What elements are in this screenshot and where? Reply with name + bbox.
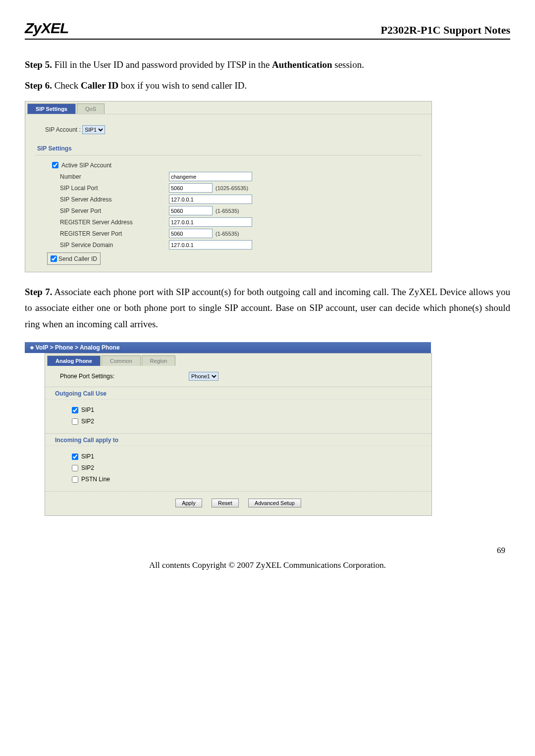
local-port-hint: (1025-65535): [215, 185, 248, 191]
server-port-input[interactable]: [169, 206, 213, 215]
local-port-input[interactable]: [169, 183, 213, 193]
phone-tabbar: Analog Phone Common Region: [45, 353, 431, 366]
footer: All contents Copyright © 2007 ZyXEL Comm…: [25, 560, 510, 570]
doc-title: P2302R-P1C Support Notes: [380, 24, 510, 37]
server-port-hint: (1-65535): [215, 208, 239, 214]
step7-text: Associate each phone port with SIP accou…: [25, 287, 510, 329]
server-port-label: SIP Server Port: [50, 207, 169, 214]
sip-panel-body: SIP Account : SIP1 SIP Settings Active S…: [25, 114, 431, 272]
step6: Step 6. Check Caller ID box if you wish …: [25, 80, 510, 91]
svc-domain-label: SIP Service Domain: [50, 242, 169, 249]
step5-text-a: Fill in the User ID and password provide…: [52, 59, 272, 70]
sip-account-select[interactable]: SIP1: [82, 125, 105, 134]
local-port-label: SIP Local Port: [50, 185, 169, 192]
sip-account-label: SIP Account :: [45, 126, 81, 133]
server-addr-label: SIP Server Address: [50, 196, 169, 203]
outgoing-sip2-label: SIP2: [81, 418, 94, 425]
step6-prefix: Step 6.: [25, 80, 52, 91]
tab-analog-phone[interactable]: Analog Phone: [47, 355, 101, 366]
phone-port-row: Phone Port Settings: Phone1: [45, 366, 431, 387]
sip-tabbar: SIP Settings QoS: [25, 101, 431, 114]
reset-button[interactable]: Reset: [212, 499, 239, 507]
step5: Step 5. Fill in the User ID and password…: [25, 59, 510, 70]
incoming-block: SIP1 SIP2 PSTN Line: [45, 446, 431, 491]
number-label: Number: [50, 173, 169, 180]
sip-settings-panel: SIP Settings QoS SIP Account : SIP1 SIP …: [25, 101, 432, 272]
page-number: 69: [25, 546, 505, 555]
logo: ZyXEL: [25, 20, 68, 37]
incoming-sip1-checkbox[interactable]: [72, 454, 78, 460]
outgoing-title: Outgoing Call Use: [45, 387, 431, 400]
incoming-sip1-label: SIP1: [81, 453, 94, 460]
breadcrumb-icon: ❖: [30, 345, 36, 351]
active-sip-row: Active SIP Account: [50, 160, 422, 170]
send-caller-id-checkbox[interactable]: [51, 255, 57, 262]
step6-text-a: Check: [52, 80, 81, 91]
tab-qos[interactable]: QoS: [77, 103, 105, 114]
reg-addr-input[interactable]: [169, 217, 252, 227]
svc-domain-input[interactable]: [169, 240, 252, 250]
step6-text-b: box if you wish to send caller ID.: [118, 80, 247, 91]
outgoing-sip1-checkbox[interactable]: [72, 407, 78, 413]
sip-form: Active SIP Account Number SIP Local Port…: [50, 160, 422, 265]
send-caller-id-row: Send Caller ID: [47, 252, 101, 265]
active-sip-checkbox[interactable]: [52, 162, 58, 168]
sip-account-row: SIP Account : SIP1: [45, 125, 422, 134]
step5-bold: Authentication: [272, 59, 332, 70]
outgoing-block: SIP1 SIP2: [45, 400, 431, 433]
reg-port-label: REGISTER Server Port: [50, 230, 169, 237]
step5-text-b: session.: [332, 59, 364, 70]
sip-settings-title: SIP Settings: [35, 141, 422, 155]
reg-port-input[interactable]: [169, 229, 213, 238]
apply-button[interactable]: Apply: [175, 499, 202, 507]
outgoing-sip1-label: SIP1: [81, 406, 94, 413]
step7-prefix: Step 7.: [25, 287, 52, 297]
advanced-setup-button[interactable]: Advanced Setup: [248, 499, 301, 507]
step5-prefix: Step 5.: [25, 59, 52, 70]
doc-header: ZyXEL P2302R-P1C Support Notes: [25, 20, 510, 40]
incoming-pstn-checkbox[interactable]: [72, 476, 78, 483]
phone-port-select[interactable]: Phone1: [189, 372, 218, 381]
phone-port-label: Phone Port Settings:: [60, 373, 189, 380]
reg-addr-label: REGISTER Server Address: [50, 219, 169, 226]
outgoing-sip2-checkbox[interactable]: [72, 418, 78, 425]
step7: Step 7. Associate each phone port with S…: [25, 284, 510, 332]
analog-phone-panel: Analog Phone Common Region Phone Port Se…: [45, 353, 432, 516]
incoming-pstn-label: PSTN Line: [81, 476, 110, 483]
tab-common[interactable]: Common: [102, 355, 141, 366]
button-bar: Apply Reset Advanced Setup: [45, 491, 431, 515]
tab-sip-settings[interactable]: SIP Settings: [27, 103, 76, 114]
incoming-title: Incoming Call apply to: [45, 433, 431, 446]
tab-region[interactable]: Region: [142, 355, 176, 366]
step6-bold: Caller ID: [81, 80, 118, 91]
incoming-sip2-checkbox[interactable]: [72, 465, 78, 471]
active-sip-label: Active SIP Account: [61, 162, 111, 169]
reg-port-hint: (1-65535): [215, 231, 239, 237]
breadcrumb: ❖ VoIP > Phone > Analog Phone: [25, 342, 431, 353]
incoming-sip2-label: SIP2: [81, 464, 94, 471]
number-input[interactable]: [169, 172, 252, 181]
breadcrumb-text: VoIP > Phone > Analog Phone: [36, 344, 120, 351]
send-caller-id-label: Send Caller ID: [58, 255, 97, 262]
server-addr-input[interactable]: [169, 195, 252, 204]
